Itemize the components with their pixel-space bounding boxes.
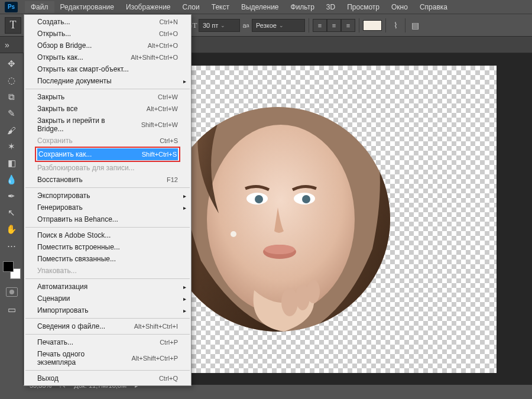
tabs-menu-icon[interactable]: »: [5, 40, 9, 50]
menu-item[interactable]: ВыходCtrl+Q: [24, 372, 191, 384]
menu-item[interactable]: Экспортировать▸: [24, 190, 191, 202]
menu-слои[interactable]: Слои: [177, 1, 206, 13]
more-tools-icon[interactable]: ⋯: [5, 239, 19, 253]
menu-item[interactable]: Закрыть и перейти в Bridge...Shift+Ctrl+…: [24, 115, 191, 135]
lasso-tool-icon[interactable]: ◌: [5, 73, 19, 87]
menu-item-label: Автоматизация: [37, 283, 87, 291]
blur-tool-icon[interactable]: 💧: [5, 173, 19, 187]
menu-item[interactable]: Автоматизация▸: [24, 281, 191, 293]
menu-item[interactable]: Обзор в Bridge...Alt+Ctrl+O: [24, 40, 191, 51]
menu-shortcut: Alt+Ctrl+W: [147, 105, 178, 112]
menu-item-label: Упаковать...: [37, 267, 77, 275]
menu-item-label: Поместить связанные...: [37, 255, 116, 263]
menu-item[interactable]: Открыть как смарт-объект...: [24, 63, 191, 75]
menu-item-label: Печатать...: [37, 338, 73, 346]
svg-point-4: [255, 195, 263, 203]
quickmask-icon[interactable]: [6, 287, 18, 297]
menu-item-label: Генерировать: [37, 203, 83, 212]
file-dropdown-menu: Создать...Ctrl+NОткрыть...Ctrl+OОбзор в …: [24, 14, 192, 386]
menu-shortcut: Alt+Ctrl+O: [148, 42, 178, 49]
menu-item-label: Отправить на Behance...: [37, 215, 118, 223]
fg-bg-swatches[interactable]: [3, 261, 21, 279]
menu-item[interactable]: Печать одного экземпляраAlt+Shift+Ctrl+P: [24, 348, 191, 368]
menu-separator: [25, 334, 190, 335]
gradient-tool-icon[interactable]: ◧: [5, 156, 19, 170]
menu-просмотр[interactable]: Просмотр: [341, 1, 385, 13]
align-center-button[interactable]: ≡: [327, 19, 341, 32]
submenu-arrow-icon: ▸: [183, 78, 186, 85]
path-select-tool-icon[interactable]: ↖: [5, 206, 19, 220]
character-panel-icon[interactable]: ▤: [409, 20, 421, 31]
menu-item[interactable]: Поместить связанные...: [24, 253, 191, 265]
svg-point-1: [207, 125, 355, 314]
menu-item-label: Открыть как смарт-объект...: [37, 65, 129, 73]
menu-item[interactable]: Открыть...Ctrl+O: [24, 28, 191, 40]
menu-item-label: Поместить встроенные...: [37, 243, 120, 251]
menu-изображение[interactable]: Изображение: [120, 1, 177, 13]
antialias-value: Резкое: [256, 22, 277, 29]
menu-item[interactable]: Генерировать▸: [24, 202, 191, 213]
menu-item[interactable]: Открыть как...Alt+Shift+Ctrl+O: [24, 51, 191, 63]
menu-3d[interactable]: 3D: [320, 1, 341, 13]
foreground-color[interactable]: [3, 261, 14, 272]
menu-окно[interactable]: Окно: [385, 1, 414, 13]
brush-tool-icon[interactable]: 🖌: [5, 123, 19, 137]
menu-shortcut: F12: [167, 176, 178, 183]
menu-separator: [25, 89, 190, 89]
screen-mode-icon[interactable]: ▭: [5, 303, 19, 317]
clone-tool-icon[interactable]: ✶: [5, 140, 19, 154]
menu-item-label: Восстановить: [37, 176, 83, 184]
menu-item[interactable]: Поместить встроенные...: [24, 241, 191, 253]
eyedropper-tool-icon[interactable]: ✎: [5, 106, 19, 121]
svg-point-7: [264, 245, 295, 254]
antialias-field[interactable]: Резкое ⌄: [252, 19, 305, 32]
menu-редактирование[interactable]: Редактирование: [54, 1, 120, 13]
menu-фильтр[interactable]: Фильтр: [285, 1, 320, 13]
hand-tool-icon[interactable]: ✋: [5, 222, 19, 236]
menu-shortcut: Alt+Shift+Ctrl+I: [134, 323, 178, 330]
menu-bar: Ps ФайлРедактированиеИзображениеСлоиТекс…: [0, 0, 532, 14]
move-tool-icon[interactable]: ✥: [5, 57, 19, 71]
font-size-field[interactable]: 30 пт ⌄: [199, 19, 240, 32]
menu-item[interactable]: Создать...Ctrl+N: [24, 16, 191, 28]
align-right-button[interactable]: ≡: [341, 19, 355, 32]
menu-item[interactable]: Сохранить как...Shift+Ctrl+S: [37, 148, 178, 160]
menu-item[interactable]: Печатать...Ctrl+P: [24, 336, 191, 348]
align-left-button[interactable]: ≡: [313, 19, 327, 32]
menu-текст[interactable]: Текст: [206, 1, 235, 13]
menu-item[interactable]: ВосстановитьF12: [24, 174, 191, 186]
menu-item[interactable]: Отправить на Behance...: [24, 213, 191, 225]
menu-справка[interactable]: Справка: [414, 1, 453, 13]
chevron-down-icon: ⌄: [279, 22, 284, 28]
menu-item[interactable]: Закрыть всеAlt+Ctrl+W: [24, 103, 191, 115]
menu-shortcut: Ctrl+W: [158, 93, 178, 100]
menu-separator: [25, 227, 190, 228]
text-color-swatch[interactable]: [363, 20, 382, 31]
menu-item[interactable]: Поиск в Adobe Stock...: [24, 229, 191, 241]
menu-separator: [25, 187, 190, 188]
menu-item[interactable]: Сведения о файле...Alt+Shift+Ctrl+I: [24, 320, 191, 332]
menu-item[interactable]: Последние документы▸: [24, 75, 191, 87]
pen-tool-icon[interactable]: ✒: [5, 189, 19, 203]
menu-item-label: Экспортировать: [37, 192, 90, 200]
menu-item[interactable]: ЗакрытьCtrl+W: [24, 91, 191, 103]
svg-point-9: [281, 288, 298, 316]
menu-shortcut: Ctrl+N: [160, 18, 178, 25]
active-tool-icon[interactable]: T: [5, 17, 21, 34]
crop-tool-icon[interactable]: ⧉: [5, 90, 19, 104]
warp-text-icon[interactable]: ⌇: [390, 20, 401, 31]
menu-item-label: Создать...: [37, 18, 70, 26]
menu-separator: [25, 318, 190, 319]
divider: [359, 18, 359, 33]
menu-item-label: Сценарии: [37, 294, 70, 303]
menu-выделение[interactable]: Выделение: [235, 1, 285, 13]
menu-separator: [25, 278, 190, 279]
menu-item[interactable]: Импортировать▸: [24, 304, 191, 316]
menu-item[interactable]: Сценарии▸: [24, 293, 191, 304]
menu-item-label: Разблокировать для записи...: [37, 164, 135, 172]
menu-item-label: Открыть...: [37, 30, 71, 38]
menu-item: Разблокировать для записи...: [24, 162, 191, 174]
menu-файл[interactable]: Файл: [25, 1, 54, 13]
menu-shortcut: Alt+Shift+Ctrl+P: [131, 355, 178, 362]
menu-item-label: Печать одного экземпляра: [37, 350, 119, 366]
